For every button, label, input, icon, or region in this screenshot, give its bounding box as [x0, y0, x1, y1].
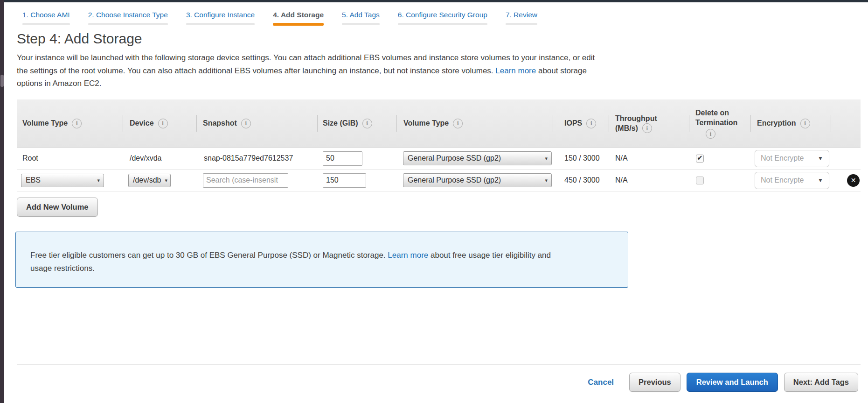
storage-volumes-table: Volume Type i Device i Snapshot i Size (…: [17, 99, 861, 191]
ebs-size-input[interactable]: [323, 173, 366, 188]
ebs-volume-type-select[interactable]: EBS ▾: [21, 174, 104, 187]
tab-label: 1. Choose AMI: [22, 10, 70, 20]
ebs-iops-cell: 450 / 3000: [553, 176, 609, 184]
root-volume-type-select[interactable]: General Purpose SSD (gp2) ▾: [403, 151, 552, 165]
ebs-volume-type-select-gp2[interactable]: General Purpose SSD (gp2) ▾: [403, 173, 552, 187]
root-volume-type-cell: Root: [17, 154, 123, 163]
footer-divider: [17, 364, 861, 365]
tab-add-storage[interactable]: 4. Add Storage: [267, 10, 329, 26]
header-iops: IOPS i: [553, 99, 609, 147]
tab-add-tags[interactable]: 5. Add Tags: [336, 10, 385, 26]
tab-underline: [22, 23, 70, 25]
ebs-throughput-cell: N/A: [609, 176, 689, 184]
info-icon[interactable]: i: [362, 119, 372, 128]
column-separator: [831, 115, 831, 132]
intro-line3: options in Amazon EC2.: [17, 79, 101, 88]
intro-line1: Your instance will be launched with the …: [17, 53, 595, 62]
tab-choose-ami[interactable]: 1. Choose AMI: [17, 10, 76, 26]
intro-line2-post: about storage: [536, 66, 587, 75]
column-separator: [123, 115, 123, 132]
header-size: Size (GiB) i: [317, 99, 396, 147]
tab-label: 7. Review: [506, 10, 537, 20]
header-delete-on-termination: Delete on Termination i: [689, 99, 750, 147]
tab-label: 2. Choose Instance Type: [88, 10, 168, 20]
column-separator: [689, 115, 689, 132]
select-caret-icon: ▾: [545, 156, 548, 162]
select-caret-icon: ▾: [97, 177, 100, 184]
column-separator: [317, 115, 318, 132]
select-caret-icon: ▾: [165, 177, 167, 184]
ebs-snapshot-search-input[interactable]: [203, 173, 288, 188]
free-tier-notice-box: Free tier eligible customers can get up …: [15, 232, 628, 288]
tab-underline: [342, 23, 380, 25]
tab-configure-instance[interactable]: 3. Configure Instance: [181, 10, 260, 26]
tab-label: 4. Add Storage: [273, 10, 324, 20]
column-separator: [609, 115, 609, 132]
tab-configure-security-group[interactable]: 6. Configure Security Group: [392, 10, 493, 26]
left-edge-strip: [0, 0, 4, 403]
add-new-volume-button[interactable]: Add New Volume: [17, 198, 98, 217]
table-row-root-volume: Root /dev/xvda snap-0815a779ed7612537 Ge…: [17, 148, 861, 170]
root-size-input[interactable]: [323, 151, 362, 166]
column-separator: [396, 115, 397, 132]
dropdown-caret-icon: ▼: [818, 177, 823, 184]
root-throughput-cell: N/A: [609, 154, 689, 163]
root-encryption-select[interactable]: Not Encrypte ▼: [755, 150, 829, 167]
tab-label: 6. Configure Security Group: [398, 10, 487, 20]
header-snapshot: Snapshot i: [196, 99, 317, 147]
info-icon[interactable]: i: [800, 119, 810, 128]
table-row-ebs-volume: EBS ▾ /dev/sdb ▾ General Purpose SSD (gp…: [17, 170, 861, 191]
remove-volume-button[interactable]: ✕: [847, 174, 860, 187]
header-actions: [831, 99, 861, 147]
tab-underline: [186, 23, 255, 25]
tab-label: 3. Configure Instance: [186, 10, 255, 20]
header-encryption: Encryption i: [750, 99, 831, 147]
info-icon[interactable]: i: [586, 119, 596, 128]
info-icon[interactable]: i: [706, 129, 715, 139]
tab-choose-instance-type[interactable]: 2. Choose Instance Type: [83, 10, 174, 26]
select-caret-icon: ▾: [545, 177, 548, 184]
root-iops-cell: 150 / 3000: [553, 154, 609, 163]
info-icon[interactable]: i: [453, 119, 463, 128]
column-separator: [196, 115, 197, 132]
intro-line2-pre: the settings of the root volume. You can…: [17, 66, 495, 75]
tab-underline: [88, 23, 168, 25]
tab-underline-active: [273, 23, 324, 26]
info-icon[interactable]: i: [158, 119, 168, 128]
root-delete-on-termination-checkbox[interactable]: ✔: [696, 155, 704, 163]
browser-top-bar: [0, 0, 868, 2]
learn-more-free-tier-link[interactable]: Learn more: [388, 251, 428, 260]
check-icon: ✔: [697, 154, 703, 161]
tab-underline: [398, 23, 487, 25]
page-title: Step 4: Add Storage: [17, 31, 142, 47]
root-snapshot-cell: snap-0815a779ed7612537: [196, 154, 317, 163]
header-volume-type-left: Volume Type i: [17, 99, 123, 147]
info-icon[interactable]: i: [642, 123, 652, 133]
ebs-delete-on-termination-checkbox[interactable]: [696, 177, 704, 184]
wizard-step-tabs: 1. Choose AMI 2. Choose Instance Type 3.…: [17, 10, 550, 26]
previous-button[interactable]: Previous: [629, 373, 681, 392]
header-throughput: Throughput (MB/s) i: [609, 99, 689, 147]
ebs-encryption-select[interactable]: Not Encrypte ▼: [755, 172, 829, 189]
next-add-tags-button[interactable]: Next: Add Tags: [784, 373, 858, 392]
intro-paragraph: Your instance will be launched with the …: [17, 51, 595, 90]
root-device-cell: /dev/xvda: [123, 154, 196, 163]
header-volume-type: Volume Type i: [396, 99, 553, 147]
footer-actions: Cancel Previous Review and Launch Next: …: [588, 373, 858, 392]
dropdown-caret-icon: ▼: [818, 155, 823, 162]
learn-more-storage-link[interactable]: Learn more: [495, 66, 536, 75]
tab-underline: [506, 23, 537, 25]
table-header-row: Volume Type i Device i Snapshot i Size (…: [17, 99, 861, 148]
info-icon[interactable]: i: [241, 119, 251, 128]
tab-review[interactable]: 7. Review: [500, 10, 543, 26]
cancel-link[interactable]: Cancel: [588, 378, 614, 387]
left-scrollbar-thumb[interactable]: [0, 75, 4, 87]
ec2-launch-wizard-page: 1. Choose AMI 2. Choose Instance Type 3.…: [0, 0, 868, 403]
tab-label: 5. Add Tags: [342, 10, 380, 20]
ebs-device-select[interactable]: /dev/sdb ▾: [128, 174, 171, 187]
info-icon[interactable]: i: [72, 119, 82, 128]
header-device: Device i: [123, 99, 196, 147]
review-and-launch-button[interactable]: Review and Launch: [687, 373, 778, 392]
close-icon: ✕: [851, 177, 856, 184]
free-tier-notice-text: Free tier eligible customers can get up …: [30, 249, 551, 275]
